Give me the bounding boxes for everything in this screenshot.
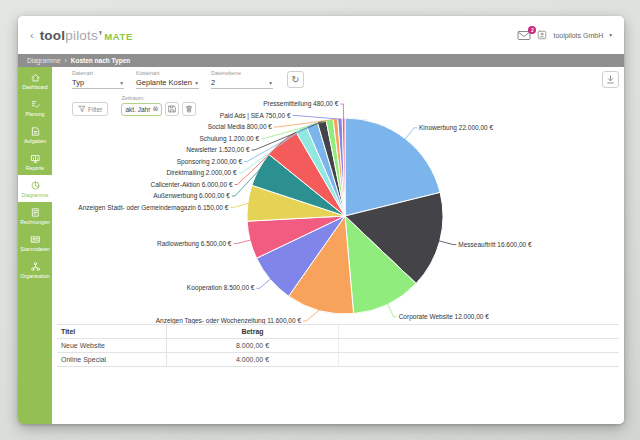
pie-label-connector bbox=[257, 279, 271, 289]
table-cell-spacer bbox=[339, 339, 619, 352]
table-cell-titel: Neue Website bbox=[57, 339, 167, 352]
sidebar-item-organisation[interactable]: Organisation bbox=[18, 256, 52, 283]
sidebar-item-rechnungen[interactable]: Rechnungen bbox=[18, 202, 52, 229]
breadcrumb-page: Kosten nach Typen bbox=[71, 57, 130, 64]
mail-icon[interactable]: 2 bbox=[517, 30, 531, 41]
mail-badge: 2 bbox=[528, 26, 536, 34]
table-cell-titel: Online Special bbox=[57, 353, 167, 366]
pie-label-connector bbox=[387, 303, 397, 317]
pie-label-connector bbox=[234, 240, 252, 244]
pie-label: Paid Ads | SEA 750,00 € bbox=[220, 112, 291, 120]
pie-label: Direktmailing 2.000,00 € bbox=[166, 169, 236, 177]
checklist-icon bbox=[30, 99, 41, 110]
pie-label-connector bbox=[439, 241, 457, 245]
task-document-icon bbox=[30, 126, 41, 137]
table-cell-betrag: 4.000,00 € bbox=[167, 353, 339, 366]
pie-label: Pressemitteilung 480,00 € bbox=[263, 100, 339, 108]
chevron-down-icon[interactable]: ▾ bbox=[609, 32, 612, 38]
pie-chart: Pressemitteilung 480,00 €Paid Ads | SEA … bbox=[52, 95, 622, 327]
sidebar-item-label: Planung bbox=[25, 111, 44, 117]
pie-label: Sponsoring 2.000,00 € bbox=[177, 158, 243, 166]
pie-label-connector bbox=[230, 203, 249, 207]
app-header: ‹ toolpilots’ MATE 2 toolpilots GmbH ▾ bbox=[18, 16, 624, 54]
breadcrumb-section[interactable]: Diagramme bbox=[27, 57, 61, 64]
chevron-down-icon: ▾ bbox=[195, 80, 198, 86]
breadcrumb: Diagramme › Kosten nach Typen bbox=[18, 54, 624, 67]
sidebar-item-label: Stammdaten bbox=[20, 246, 49, 252]
table-header-spacer bbox=[339, 325, 619, 338]
home-icon bbox=[30, 72, 41, 83]
refresh-button[interactable]: ↻ bbox=[287, 71, 304, 88]
table-row[interactable]: Online Special 4.000,00 € bbox=[57, 353, 619, 367]
sidebar-collapse-icon[interactable]: ‹ bbox=[30, 29, 34, 41]
logo-suffix: MATE bbox=[104, 31, 133, 42]
sidebar-item-label: Diagramme bbox=[22, 192, 49, 198]
sidebar-item-label: Rechnungen bbox=[20, 219, 49, 225]
pie-label: Callcenter-Aktion 6.000,00 € bbox=[150, 181, 232, 188]
sidebar-item-dashboard[interactable]: Dashboard bbox=[18, 67, 52, 94]
sidebar-item-diagramme[interactable]: Diagramme bbox=[18, 175, 52, 202]
main-content: Datenart Typ▾ Kostenart Geplante Kosten▾… bbox=[52, 67, 624, 424]
sidebar-item-label: Reporte bbox=[26, 165, 44, 171]
toolbar-row-1: Datenart Typ▾ Kostenart Geplante Kosten▾… bbox=[52, 67, 624, 91]
table-cell-betrag: 8.000,00 € bbox=[167, 339, 339, 352]
pie-label-connector bbox=[340, 104, 343, 119]
chevron-down-icon: ▾ bbox=[269, 80, 272, 86]
refresh-icon: ↻ bbox=[291, 75, 299, 85]
company-name[interactable]: toolpilots GmbH bbox=[553, 32, 603, 39]
sidebar-item-aufgaben[interactable]: Aufgaben bbox=[18, 121, 52, 148]
pie-label: Kooperation 8.500,00 € bbox=[187, 284, 255, 292]
sidebar: Dashboard Planung Aufgaben Reporte Diagr… bbox=[18, 67, 52, 424]
pie-label: Social Media 800,00 € bbox=[208, 123, 273, 130]
download-icon bbox=[605, 74, 616, 85]
pie-label-connector bbox=[405, 128, 417, 140]
pie-chart-icon bbox=[30, 180, 41, 191]
select-datenart[interactable]: Datenart Typ▾ bbox=[72, 70, 124, 89]
app-window: ‹ toolpilots’ MATE 2 toolpilots GmbH ▾ D… bbox=[18, 16, 624, 424]
chevron-down-icon: ▾ bbox=[120, 80, 123, 86]
table-cell-spacer bbox=[339, 353, 619, 366]
report-screen-icon bbox=[30, 153, 41, 164]
logo-text-bold: tool bbox=[40, 28, 66, 43]
results-table: Titel Betrag Neue Website 8.000,00 € Onl… bbox=[57, 324, 619, 367]
logo-text-light: pilots bbox=[65, 28, 98, 43]
logo-quote-mark: ’ bbox=[98, 28, 102, 43]
app-logo[interactable]: ‹ toolpilots’ MATE bbox=[30, 28, 133, 43]
pie-label-connector bbox=[303, 310, 320, 321]
select-datenebene[interactable]: Datenebene 2▾ bbox=[211, 70, 273, 89]
select-value: Geplante Kosten bbox=[136, 78, 192, 87]
table-header-titel: Titel bbox=[57, 325, 167, 338]
pie-label: Kinowerbung 22.000,00 € bbox=[419, 124, 493, 132]
sidebar-item-planung[interactable]: Planung bbox=[18, 94, 52, 121]
pie-label: Radiowerbung 6.500,00 € bbox=[157, 240, 232, 248]
pie-label: Schulung 1.200,00 € bbox=[199, 135, 259, 143]
download-button[interactable] bbox=[602, 71, 619, 88]
sidebar-item-reporte[interactable]: Reporte bbox=[18, 148, 52, 175]
sidebar-item-label: Aufgaben bbox=[24, 138, 46, 144]
breadcrumb-separator: › bbox=[65, 57, 67, 64]
select-kostenart[interactable]: Kostenart Geplante Kosten▾ bbox=[136, 70, 199, 89]
id-card-icon bbox=[30, 234, 41, 245]
pie-label: Außenwerbung 6.000,00 € bbox=[153, 192, 230, 200]
sidebar-item-label: Dashboard bbox=[22, 84, 47, 90]
org-chart-icon bbox=[30, 261, 41, 272]
sidebar-item-stammdaten[interactable]: Stammdaten bbox=[18, 229, 52, 256]
header-account-area: 2 toolpilots GmbH ▾ bbox=[517, 30, 612, 41]
select-value: 2 bbox=[211, 78, 215, 87]
sidebar-item-label: Organisation bbox=[20, 273, 49, 279]
invoice-icon bbox=[30, 207, 41, 218]
pie-label: Newsletter 1.520,00 € bbox=[186, 146, 250, 153]
pie-label: Anzeigen Stadt- oder Gemeindemagazin 6.1… bbox=[78, 204, 228, 212]
table-header-row: Titel Betrag bbox=[57, 324, 619, 339]
table-header-betrag: Betrag bbox=[167, 325, 339, 338]
pie-label-connector bbox=[293, 116, 341, 120]
pie-label: Messeauftritt 16.600,00 € bbox=[458, 241, 532, 248]
pie-label: Corporate Website 12.000,00 € bbox=[399, 313, 490, 321]
table-row[interactable]: Neue Website 8.000,00 € bbox=[57, 339, 619, 353]
select-value: Typ bbox=[72, 78, 84, 87]
organization-icon bbox=[537, 30, 547, 40]
